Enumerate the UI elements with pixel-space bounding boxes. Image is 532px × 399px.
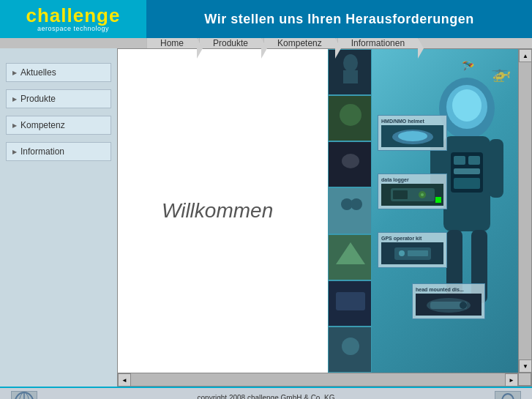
svg-point-6 — [342, 154, 359, 168]
scrollbar-vertical[interactable]: ▲ ▼ — [518, 49, 531, 373]
svg-point-40 — [460, 302, 467, 309]
logo-area: challenge aerospace technology — [0, 0, 146, 38]
footer-logo-right — [495, 391, 521, 400]
thumb-5 — [328, 234, 372, 280]
svg-point-30 — [398, 131, 427, 141]
header: challenge aerospace technology Wir stell… — [0, 0, 532, 38]
svg-point-4 — [340, 104, 361, 126]
top-nav-produkte[interactable]: Produkte — [199, 38, 262, 48]
image-panel: 🚁 🪂 — [328, 49, 518, 373]
scroll-right-button[interactable]: ► — [505, 373, 518, 387]
top-nav-kompetenz[interactable]: Kompetenz — [263, 38, 336, 48]
thumb-strip — [328, 49, 372, 373]
footer: copyright 2008 challenge GmbH & Co. KG K… — [0, 387, 532, 399]
product-headmount-title: head mounted dis... — [416, 287, 482, 292]
footer-logo-left — [11, 391, 37, 400]
product-helmet-img — [381, 125, 443, 147]
content-area: Willkommen — [117, 48, 532, 387]
thumb-4 — [328, 187, 372, 234]
logo-text: challenge aerospace technology — [26, 6, 121, 32]
top-nav: Home Produkte Kompetenz Informationen — [146, 38, 532, 48]
svg-rect-13 — [336, 292, 365, 310]
product-headmount-img — [416, 294, 482, 316]
scroll-track-vertical[interactable] — [519, 62, 531, 359]
scroll-up-button[interactable]: ▲ — [519, 49, 532, 62]
product-box-helmet: HMD/NMO helmet — [378, 115, 447, 151]
product-helmet-title: HMD/NMO helmet — [381, 119, 443, 124]
svg-point-1 — [343, 54, 358, 72]
scroll-track-horizontal[interactable] — [131, 373, 505, 386]
main-wrapper: Aktuelles Produkte Kompetenz Information… — [0, 48, 532, 387]
product-datalogger-title: data logger — [381, 177, 443, 182]
thumb-7 — [328, 327, 372, 373]
top-nav-home[interactable]: Home — [146, 38, 198, 48]
svg-rect-25 — [454, 156, 465, 165]
svg-point-36 — [399, 250, 405, 256]
product-gps-img — [381, 242, 443, 264]
svg-rect-27 — [454, 168, 480, 174]
welcome-text: Willkommen — [162, 199, 273, 223]
svg-rect-37 — [408, 250, 428, 256]
sidebar-item-information[interactable]: Information — [6, 142, 111, 161]
product-box-gps: GPS operator kit — [378, 232, 447, 268]
thumb-6 — [328, 280, 372, 327]
thumb-2 — [328, 95, 372, 141]
svg-rect-26 — [468, 156, 480, 165]
logo-challenge: challenge — [26, 6, 121, 25]
product-datalogger-img — [381, 184, 443, 206]
scroll-down-button[interactable]: ▼ — [519, 359, 532, 373]
sidebar-item-aktuelles[interactable]: Aktuelles — [6, 63, 111, 82]
main-image-area: 🚁 🪂 — [372, 49, 518, 373]
svg-rect-21 — [489, 139, 503, 198]
svg-rect-32 — [393, 190, 408, 199]
sidebar: Aktuelles Produkte Kompetenz Information — [0, 48, 117, 387]
logo-subtitle: aerospace technology — [26, 25, 121, 32]
product-gps-title: GPS operator kit — [381, 236, 443, 241]
svg-rect-28 — [454, 178, 480, 189]
svg-point-45 — [502, 394, 514, 400]
top-nav-informationen[interactable]: Informationen — [337, 38, 419, 48]
thumb-3 — [328, 141, 372, 187]
scrollbar-horizontal[interactable]: ◄ ► — [118, 373, 518, 386]
footer-text: copyright 2008 challenge GmbH & Co. KG K… — [126, 392, 407, 400]
sidebar-item-produkte[interactable]: Produkte — [6, 89, 111, 108]
inner-frame: Willkommen — [118, 49, 518, 373]
scrollbar-corner — [518, 373, 531, 386]
green-dot — [435, 197, 441, 204]
product-box-headmount: head mounted dis... — [412, 283, 485, 319]
header-tagline: Wir stellen uns Ihren Herausforderungen — [146, 0, 532, 38]
footer-copyright: copyright 2008 challenge GmbH & Co. KG — [126, 392, 407, 400]
svg-rect-2 — [343, 70, 358, 83]
scroll-left-button[interactable]: ◄ — [118, 373, 131, 387]
sidebar-item-kompetenz[interactable]: Kompetenz — [6, 116, 111, 135]
svg-point-18 — [452, 89, 482, 122]
product-box-datalogger: data logger — [378, 174, 447, 209]
svg-point-15 — [342, 338, 359, 355]
svg-point-34 — [421, 193, 424, 196]
svg-point-9 — [351, 198, 362, 210]
